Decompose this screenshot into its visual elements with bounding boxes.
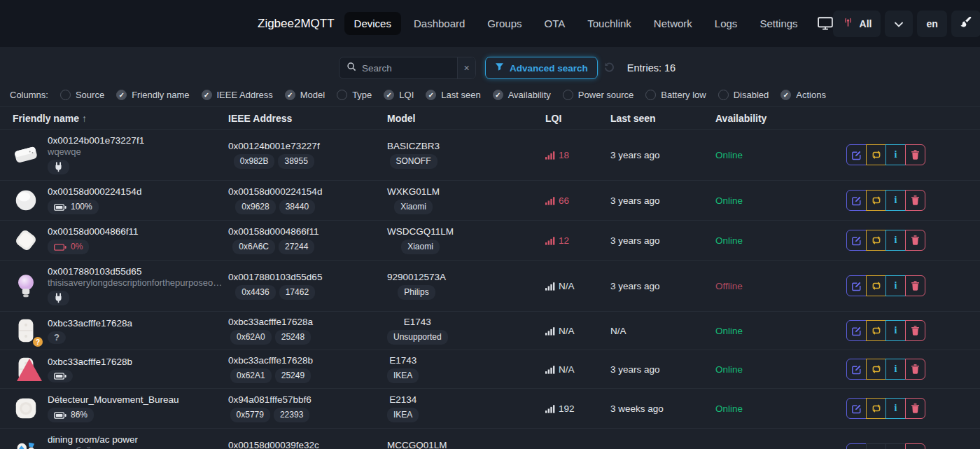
cell-lqi: N/A bbox=[545, 364, 610, 375]
device-info-button[interactable]: i bbox=[886, 144, 906, 165]
reconfigure-device-button[interactable] bbox=[866, 275, 886, 296]
undo-icon bbox=[603, 64, 615, 75]
column-toggle-type[interactable]: Type bbox=[337, 90, 372, 100]
column-toggle-power-source[interactable]: Power source bbox=[563, 90, 634, 100]
badge-question: ? bbox=[48, 331, 66, 344]
delete-device-button[interactable] bbox=[905, 230, 925, 251]
delete-device-button[interactable] bbox=[905, 443, 925, 449]
rename-device-button[interactable] bbox=[846, 320, 867, 341]
device-friendly-name-link[interactable]: 0x00158d0004866f11 bbox=[48, 226, 139, 237]
search-clear-button[interactable]: × bbox=[457, 57, 475, 78]
device-friendly-name-link[interactable]: 0xbc33acfffe17628a bbox=[48, 318, 132, 329]
delete-device-button[interactable] bbox=[905, 275, 925, 296]
device-friendly-name-link[interactable]: 0x00124b001e73227f1 bbox=[48, 135, 144, 146]
cell-last-seen: 3 years ago bbox=[610, 235, 715, 246]
reconfigure-icon bbox=[871, 235, 882, 245]
bulb-device-image bbox=[13, 272, 39, 299]
reconfigure-device-button[interactable] bbox=[866, 230, 886, 251]
availability-status: Online bbox=[715, 235, 743, 246]
cell-friendly-name: 0x00124b001e73227f1wqewqe bbox=[0, 130, 228, 180]
cell-model: E1743Unsupported bbox=[387, 317, 545, 345]
nav-item-logs[interactable]: Logs bbox=[705, 12, 748, 35]
column-toggle-source[interactable]: Source bbox=[60, 90, 104, 100]
rename-device-button[interactable] bbox=[846, 359, 867, 380]
theme-button[interactable] bbox=[951, 11, 980, 37]
delete-device-button[interactable] bbox=[905, 398, 925, 419]
column-toggle-friendly-name[interactable]: Friendly name bbox=[116, 90, 189, 100]
device-description: это любой текст bbox=[48, 445, 138, 449]
nav-item-ota[interactable]: OTA bbox=[535, 12, 575, 35]
cell-lqi: 192 bbox=[545, 403, 610, 414]
rename-device-button[interactable] bbox=[846, 230, 867, 251]
app-brand[interactable]: Zigbee2MQTT bbox=[258, 17, 335, 31]
nav-item-groups[interactable]: Groups bbox=[477, 12, 531, 35]
reconfigure-device-button[interactable] bbox=[866, 320, 886, 341]
device-info-button[interactable]: i bbox=[886, 190, 906, 211]
availability-filter-button[interactable]: All bbox=[833, 11, 881, 37]
device-friendly-name-link[interactable]: 0x0017880103d55d65 bbox=[48, 266, 223, 277]
signal-bars-icon bbox=[545, 151, 555, 160]
column-toggle-ieee-address[interactable]: IEEE Address bbox=[202, 90, 273, 100]
device-friendly-name-link[interactable]: Détecteur_Mouvement_Bureau bbox=[48, 394, 179, 405]
column-toggle-battery-low[interactable]: Battery low bbox=[645, 90, 706, 100]
updating-spinner-icon bbox=[16, 441, 43, 449]
main-nav: DevicesDashboardGroupsOTATouchlinkNetwor… bbox=[344, 12, 808, 35]
column-toggle-disabled[interactable]: Disabled bbox=[718, 90, 769, 100]
nav-item-touchlink[interactable]: Touchlink bbox=[578, 12, 641, 35]
rename-device-button[interactable] bbox=[846, 190, 867, 211]
nwk-hex-badge: 0x5779 bbox=[230, 408, 270, 422]
reconfigure-device-button[interactable] bbox=[866, 144, 886, 165]
device-info-button[interactable]: i bbox=[886, 320, 906, 341]
reconfigure-device-button[interactable] bbox=[866, 190, 886, 211]
column-header-ieee-address[interactable]: IEEE Address bbox=[228, 113, 387, 124]
column-header-lqi[interactable]: LQI bbox=[545, 113, 610, 124]
badge-value: 86% bbox=[71, 410, 88, 420]
search-input[interactable] bbox=[362, 63, 446, 74]
nav-item-settings[interactable]: Settings bbox=[750, 12, 807, 35]
column-toggle-last-seen[interactable]: Last seen bbox=[426, 90, 480, 100]
device-friendly-name-link[interactable]: dining room/ac power bbox=[48, 434, 138, 445]
nav-item-dashboard[interactable]: Dashboard bbox=[404, 12, 475, 35]
device-info-button[interactable]: i bbox=[886, 359, 906, 380]
rename-device-button[interactable] bbox=[846, 398, 867, 419]
language-button[interactable]: en bbox=[917, 11, 946, 37]
column-toggle-lqi[interactable]: LQI bbox=[384, 90, 414, 100]
nav-item-devices[interactable]: Devices bbox=[344, 12, 401, 35]
delete-device-button[interactable] bbox=[905, 190, 925, 211]
device-info-button[interactable]: i bbox=[886, 275, 906, 296]
availability-status: Online bbox=[715, 195, 743, 206]
device-friendly-name-link[interactable]: 0xbc33acfffe17628b bbox=[48, 357, 132, 367]
nwk-hex-badge: 0x62A0 bbox=[230, 330, 272, 345]
column-header-friendly-name[interactable]: Friendly name↑ bbox=[0, 113, 228, 124]
rename-device-button[interactable] bbox=[846, 275, 867, 296]
column-toggle-model[interactable]: Model bbox=[285, 90, 325, 100]
model-block: E1743Unsupported bbox=[387, 317, 448, 345]
delete-device-button[interactable] bbox=[905, 320, 925, 341]
advanced-search-button[interactable]: Advanced search bbox=[485, 57, 598, 79]
availability-filter-caret[interactable] bbox=[885, 11, 913, 37]
reconfigure-device-button[interactable] bbox=[866, 359, 886, 380]
column-toggle-actions[interactable]: Actions bbox=[780, 90, 826, 100]
delete-device-button[interactable] bbox=[905, 359, 925, 380]
reconfigure-device-button[interactable] bbox=[866, 443, 886, 449]
rename-device-button[interactable] bbox=[846, 443, 867, 449]
badge-plug bbox=[48, 160, 69, 174]
frontend-monitor-icon[interactable] bbox=[818, 17, 833, 30]
column-toggle-availability[interactable]: Availability bbox=[493, 90, 551, 100]
reset-filter-button[interactable] bbox=[601, 57, 619, 78]
column-header-model[interactable]: Model bbox=[387, 113, 545, 124]
delete-device-button[interactable] bbox=[905, 144, 925, 165]
ieee-address: 0xbc33acfffe17628a bbox=[228, 317, 313, 327]
device-info-button[interactable]: i bbox=[886, 398, 906, 419]
device-info-button[interactable]: i bbox=[886, 230, 906, 251]
device-friendly-name-link[interactable]: 0x00158d000224154d bbox=[48, 186, 141, 197]
model-id: WSDCGQ11LM bbox=[387, 226, 454, 237]
device-info-button[interactable]: i bbox=[886, 443, 906, 449]
column-header-availability[interactable]: Availability bbox=[715, 113, 833, 124]
reconfigure-device-button[interactable] bbox=[866, 398, 886, 419]
column-header-last-seen[interactable]: Last seen bbox=[610, 113, 715, 124]
rename-device-button[interactable] bbox=[846, 144, 867, 165]
columns-label: Columns: bbox=[10, 90, 48, 100]
nav-item-network[interactable]: Network bbox=[644, 12, 702, 35]
device-name-block: 0x00158d000224154d100% bbox=[48, 186, 141, 214]
